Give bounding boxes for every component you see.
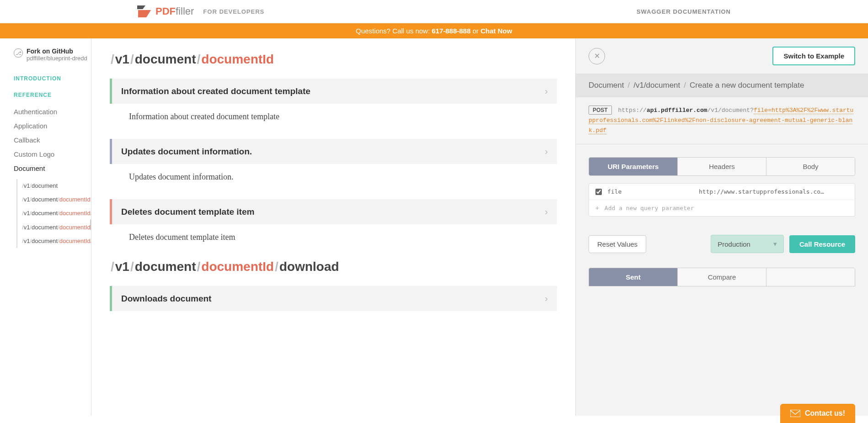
- param-add-row[interactable]: + Add a new query parameter: [589, 200, 855, 216]
- github-fork[interactable]: ⎇ Fork on GitHub pdffiller/blueprint-dre…: [14, 48, 91, 62]
- switch-example-button[interactable]: Switch to Example: [772, 47, 855, 65]
- operation-title: Information about created document templ…: [121, 86, 311, 96]
- sidebar-heading-reference: REFERENCE: [14, 92, 91, 98]
- path-heading: /v1/document/documentId/download: [110, 259, 557, 274]
- param-value[interactable]: http://www.startupprofessionals.co…: [699, 188, 848, 195]
- request-url: POST https://api.pdffiller.com/v1/docume…: [576, 97, 868, 144]
- param-tabs: URI Parameters Headers Body: [589, 157, 855, 176]
- sidebar-sub-item[interactable]: /v1/document/documentId/download_signatu…: [22, 221, 91, 234]
- github-title: Fork on GitHub: [27, 48, 87, 55]
- close-button[interactable]: ✕: [589, 48, 605, 64]
- path-heading: /v1/document/documentId: [110, 52, 557, 67]
- operation-title: Deletes document template item: [121, 207, 254, 217]
- reset-values-button[interactable]: Reset Values: [589, 235, 646, 253]
- swagger-link[interactable]: SWAGGER DOCUMENTATION: [637, 8, 731, 15]
- sidebar-item-application[interactable]: Application: [14, 119, 91, 133]
- tab-uri-parameters[interactable]: URI Parameters: [589, 158, 678, 175]
- sidebar-item-callback[interactable]: Callback: [14, 133, 91, 147]
- operation-header[interactable]: Information about created document templ…: [110, 79, 557, 104]
- call-resource-button[interactable]: Call Resource: [789, 235, 855, 253]
- sidebar-sub-item[interactable]: /v1/document/documentId/constructor: [22, 234, 91, 248]
- param-list: file http://www.startupprofessionals.co……: [589, 183, 855, 217]
- svg-rect-0: [790, 410, 800, 416]
- crumb-current: Create a new document template: [690, 81, 804, 90]
- crumb-path[interactable]: /v1/document: [633, 81, 680, 90]
- sidebar-heading-intro: INTRODUCTION: [14, 75, 91, 82]
- operation-title: Downloads document: [121, 294, 211, 304]
- sidebar: ⎇ Fork on GitHub pdffiller/blueprint-dre…: [0, 38, 91, 416]
- sidebar-item-document[interactable]: Document: [14, 161, 91, 175]
- sidebar-resize-handle[interactable]: [90, 219, 91, 230]
- logo[interactable]: PDFfiller FOR DEVELOPERS: [137, 5, 264, 17]
- sidebar-item-custom-logo[interactable]: Custom Logo: [14, 147, 91, 161]
- plus-icon: +: [595, 205, 599, 212]
- top-bar: PDFfiller FOR DEVELOPERS SWAGGER DOCUMEN…: [0, 0, 868, 23]
- tab-extra[interactable]: [766, 268, 855, 286]
- breadcrumb: Document//v1/document/Create a new docum…: [576, 74, 868, 97]
- method-badge: POST: [589, 106, 612, 115]
- param-add-placeholder: Add a new query parameter: [605, 205, 694, 212]
- tab-headers[interactable]: Headers: [678, 158, 766, 175]
- operation-header[interactable]: Updates document information.›: [110, 139, 557, 164]
- operation-header[interactable]: Downloads document›: [110, 286, 557, 311]
- response-tabs: Sent Compare: [589, 268, 855, 286]
- logo-subtitle: FOR DEVELOPERS: [203, 8, 264, 15]
- chevron-down-icon: ▾: [773, 240, 777, 248]
- operation-header[interactable]: Deletes document template item›: [110, 199, 557, 224]
- operation-description: Deletes document template item: [110, 224, 557, 250]
- announcement-bar: Questions? Call us now: 617-888-888 or C…: [0, 23, 868, 38]
- logo-icon: [137, 5, 151, 17]
- announce-phone[interactable]: 617-888-888: [432, 27, 471, 35]
- sidebar-sub-item[interactable]: /v1/document: [22, 179, 91, 193]
- announce-text: Questions? Call us now:: [356, 27, 432, 35]
- github-icon: ⎇: [14, 48, 23, 58]
- tab-sent[interactable]: Sent: [589, 268, 678, 286]
- operation-title: Updates document information.: [121, 147, 252, 157]
- chevron-right-icon: ›: [545, 293, 548, 304]
- tab-compare[interactable]: Compare: [678, 268, 766, 286]
- main-content: /v1/document/documentIdInformation about…: [91, 38, 575, 416]
- tab-body[interactable]: Body: [766, 158, 855, 175]
- param-row[interactable]: file http://www.startupprofessionals.co…: [589, 184, 855, 200]
- sidebar-sub-item[interactable]: /v1/document/documentId/download: [22, 206, 91, 220]
- chevron-right-icon: ›: [545, 206, 548, 217]
- chat-now-link[interactable]: Chat Now: [481, 27, 512, 35]
- logo-text: PDFfiller: [155, 5, 194, 17]
- param-name[interactable]: file: [607, 188, 699, 195]
- contact-us-button[interactable]: Contact us!: [780, 404, 855, 416]
- chevron-right-icon: ›: [545, 86, 548, 96]
- operation-description: Updates document information.: [110, 164, 557, 190]
- crumb-root[interactable]: Document: [589, 81, 624, 90]
- sidebar-sub-item[interactable]: /v1/document/documentId: [22, 193, 91, 206]
- operation-description: Information about created document templ…: [110, 104, 557, 130]
- sidebar-item-authentication[interactable]: Authentication: [14, 105, 91, 119]
- mail-icon: [790, 410, 800, 416]
- github-repo: pdffiller/blueprint-dredd: [27, 55, 87, 62]
- right-panel: ✕ Switch to Example Document//v1/documen…: [575, 38, 868, 416]
- chevron-right-icon: ›: [545, 146, 548, 157]
- environment-select[interactable]: Production ▾: [711, 235, 784, 253]
- param-checkbox[interactable]: [595, 189, 602, 195]
